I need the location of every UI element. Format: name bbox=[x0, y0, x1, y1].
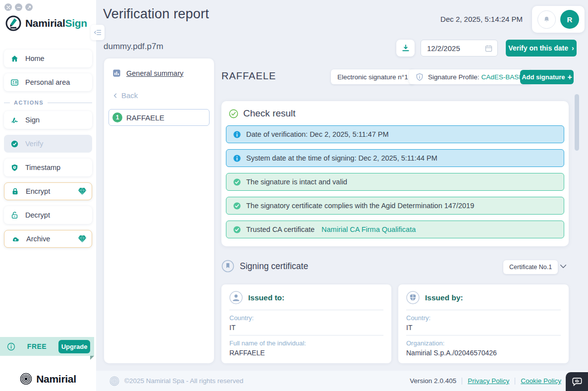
sidebar-item-label: Sign bbox=[25, 116, 40, 124]
maximize-window-icon[interactable] bbox=[25, 3, 33, 11]
premium-gem-icon bbox=[78, 187, 87, 195]
sidebar-item-label: Encrypt bbox=[26, 187, 50, 195]
field-full-name: Full name of the individual: RAFFAELE bbox=[221, 335, 391, 360]
trusted-ca-link[interactable]: Namirial CA Firma Qualificata bbox=[321, 225, 416, 233]
page-title: Verification report bbox=[103, 6, 209, 22]
sidebar-item-encrypt[interactable]: Encrypt bbox=[4, 182, 92, 200]
sidebar-item-timestamp[interactable]: Timestamp bbox=[4, 159, 92, 176]
field-country: Country: IT bbox=[221, 310, 391, 335]
divider bbox=[462, 378, 462, 385]
upgrade-button[interactable]: Upgrade bbox=[58, 340, 90, 353]
signer-heading: RAFFAELE bbox=[221, 70, 276, 82]
namirial-spiral-icon bbox=[109, 376, 120, 387]
certificate-icon bbox=[221, 260, 234, 273]
sidebar-item-label: Archive bbox=[26, 235, 50, 243]
signing-certificate-title: Signing certificate bbox=[240, 261, 308, 272]
check-item-success: Trusted CA certificate Namirial CA Firma… bbox=[226, 221, 564, 238]
sidebar-item-label: Decrypt bbox=[25, 211, 50, 219]
actions-section-label: ACTIONS bbox=[14, 100, 44, 106]
sidebar-collapse-toggle[interactable] bbox=[91, 25, 105, 40]
signer-list-item[interactable]: 1 RAFFAELE bbox=[108, 109, 210, 126]
sidebar-nav: Home Personal area ACTIONS bbox=[4, 50, 92, 254]
issued-by-header: Issued by: bbox=[398, 284, 569, 310]
divider bbox=[515, 378, 515, 385]
check-outline-icon bbox=[228, 109, 239, 119]
sidebar: NamirialSign Home Personal area ACTIONS bbox=[0, 0, 96, 391]
sidebar-item-label: Personal area bbox=[25, 78, 70, 86]
badge-check-icon bbox=[10, 140, 19, 148]
issued-to-header: Issued to: bbox=[221, 284, 391, 310]
scrollbar-thumb[interactable] bbox=[575, 94, 579, 151]
header-datetime: Dec 2, 2025, 5:14:24 PM bbox=[440, 15, 523, 23]
calendar-icon[interactable] bbox=[484, 44, 493, 53]
premium-gem-icon bbox=[78, 235, 87, 243]
window-controls bbox=[4, 3, 33, 11]
signature-profile-chip: Signature Profile:CAdES-BASIC bbox=[409, 69, 532, 84]
sidebar-item-archive[interactable]: Archive bbox=[4, 230, 92, 248]
id-card-icon bbox=[10, 78, 19, 87]
sidebar-item-label: Verify bbox=[25, 140, 43, 148]
download-report-button[interactable] bbox=[396, 40, 415, 56]
minimize-window-icon[interactable] bbox=[15, 3, 22, 11]
sidebar-item-decrypt[interactable]: Decrypt bbox=[4, 206, 92, 224]
privacy-policy-link[interactable]: Privacy Policy bbox=[468, 377, 509, 385]
lock-icon bbox=[11, 187, 19, 196]
person-icon bbox=[229, 291, 243, 304]
app-logo: NamirialSign bbox=[5, 15, 87, 32]
notifications-button[interactable] bbox=[537, 10, 556, 29]
field-country: Country: IT bbox=[398, 310, 569, 335]
sidebar-item-verify[interactable]: Verify bbox=[4, 135, 92, 153]
check-result-title-row: Check result bbox=[221, 101, 569, 119]
home-icon bbox=[10, 55, 19, 63]
check-item-success: The signatory certificate complies with … bbox=[226, 197, 564, 215]
check-item-info: Date of verification: Dec 2, 2025, 5:11:… bbox=[226, 125, 564, 143]
field-organization: Organization: Namirial S.p.A./0204657042… bbox=[398, 335, 569, 360]
verification-date-picker bbox=[421, 40, 498, 56]
footer: ©2025 Namirial Spa - All rights reserved… bbox=[96, 371, 588, 391]
shield-info-icon bbox=[415, 72, 424, 82]
sidebar-item-sign[interactable]: Sign bbox=[4, 111, 92, 129]
download-icon bbox=[401, 44, 410, 53]
sidebar-item-label: Timestamp bbox=[25, 164, 60, 171]
cookie-policy-link[interactable]: Cookie Policy bbox=[521, 377, 561, 385]
unlock-icon bbox=[10, 211, 19, 220]
verify-on-date-button[interactable]: Verify on this date› bbox=[506, 40, 577, 56]
check-result-card: Check result Date of verification: Dec 2… bbox=[221, 101, 569, 246]
copyright-text: ©2025 Namirial Spa - All rights reserved bbox=[124, 377, 243, 385]
check-circle-icon bbox=[233, 225, 241, 234]
chevron-down-icon[interactable] bbox=[559, 263, 567, 270]
namirial-footer-logo: Namirial bbox=[0, 373, 96, 385]
sidebar-item-home[interactable]: Home bbox=[4, 50, 92, 67]
signature-profile-value: CAdES-BASIC bbox=[481, 73, 526, 81]
signatures-panel: General summary Back 1 RAFFAELE bbox=[104, 58, 214, 363]
general-summary-link[interactable]: General summary bbox=[104, 58, 214, 78]
certificate-selector[interactable]: Certificate No.1 bbox=[503, 260, 558, 274]
signature-type-chip: Electronic signature n°1 bbox=[331, 69, 415, 84]
feedback-chat-button[interactable] bbox=[566, 372, 588, 391]
signer-name: RAFFAELE bbox=[126, 113, 164, 122]
cloud-upload-icon bbox=[11, 235, 20, 243]
check-circle-icon bbox=[233, 202, 241, 210]
avatar[interactable]: R bbox=[560, 10, 579, 29]
check-item-success: The signature is intact and valid bbox=[226, 173, 564, 191]
version-text: Version 2.0.405 bbox=[410, 377, 456, 385]
menu-fold-icon bbox=[94, 29, 102, 36]
sidebar-item-personal-area[interactable]: Personal area bbox=[4, 73, 92, 91]
check-circle-icon bbox=[233, 178, 241, 186]
document-filename: dummy.pdf.p7m bbox=[104, 42, 163, 52]
app-logo-text: NamirialSign bbox=[25, 17, 87, 29]
signature-icon bbox=[10, 116, 19, 124]
signing-certificate-title-row: Signing certificate bbox=[221, 260, 308, 273]
user-card: R bbox=[532, 6, 585, 33]
close-window-icon[interactable] bbox=[4, 3, 12, 11]
plan-label: FREE bbox=[15, 342, 58, 350]
plan-banner: FREE Upgrade bbox=[0, 337, 94, 356]
back-link[interactable]: Back bbox=[112, 91, 214, 100]
check-result-list: Date of verification: Dec 2, 2025, 5:11:… bbox=[226, 125, 564, 238]
info-icon bbox=[233, 130, 241, 139]
bar-chart-icon bbox=[112, 68, 121, 78]
issued-to-card: Issued to: Country: IT Full name of the … bbox=[221, 284, 391, 363]
add-signature-button[interactable]: Add signature+ bbox=[520, 70, 574, 84]
namirial-sign-logo-icon bbox=[5, 15, 22, 32]
check-item-info: System date at the time of signing: Dec … bbox=[226, 149, 564, 167]
